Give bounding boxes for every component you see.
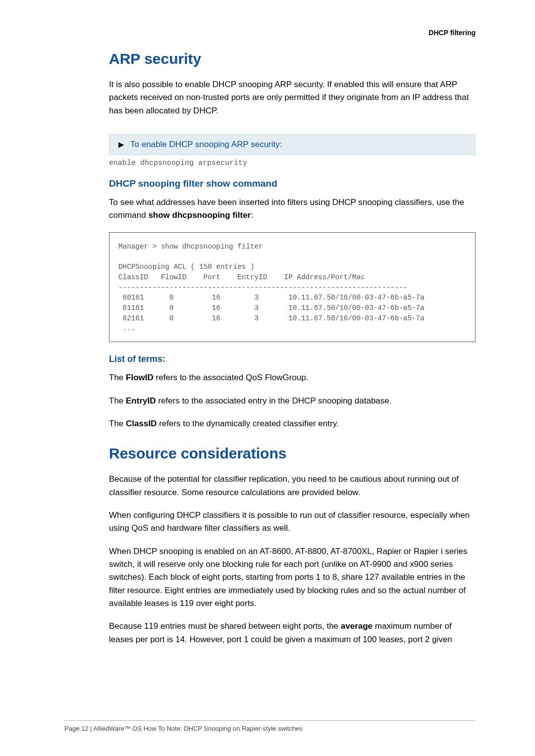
callout-text: To enable DHCP snooping ARP security: [130,140,282,150]
text-fragment: The [109,396,126,405]
text-fragment: The [109,419,126,428]
command-name: show dhcpsnooping filter [148,210,251,220]
term-flowid: The FlowID refers to the associated QoS … [109,371,476,384]
text-fragment: Because 119 entries must be shared betwe… [109,621,341,631]
heading-resource-considerations: Resource considerations [109,445,476,462]
paragraph-filter-show: To see what addresses have been inserted… [109,196,476,222]
text-fragment: The [109,373,126,382]
text-fragment: refers to the associated QoS FlowGroup. [154,373,309,382]
emphasis-average: average [341,621,373,631]
code-output-box: Manager > show dhcpsnooping filter DHCPS… [109,232,476,342]
heading-filter-show: DHCP snooping filter show command [109,178,476,189]
header-section-label: DHCP filtering [428,29,476,37]
paragraph-resource-4: Because 119 entries must be shared betwe… [109,620,476,646]
heading-list-of-terms: List of terms: [109,354,476,364]
paragraph-arp-intro: It is also possible to enable DHCP snoop… [109,78,476,117]
text-fragment: : [251,210,253,220]
paragraph-resource-2: When configuring DHCP classifiers it is … [109,509,476,535]
term-entryid: The EntryID refers to the associated ent… [109,395,476,407]
term-name: ClassID [126,419,157,428]
page-footer: Page 12 | AlliedWare™ OS How To Note: DH… [64,720,476,732]
term-name: FlowID [126,373,154,382]
triangle-right-icon: ▶ [118,140,124,149]
code-enable-arpsecurity: enable dhcpsnooping arpsecurity [109,159,476,167]
callout-enable-arp: ▶ To enable DHCP snooping ARP security: [109,134,476,155]
paragraph-resource-1: Because of the potential for classifier … [109,473,476,499]
heading-arp-security: ARP security [109,50,476,67]
text-fragment: refers to the dynamically created classi… [157,419,338,428]
term-classid: The ClassID refers to the dynamically cr… [109,417,476,430]
term-name: EntryID [126,396,156,405]
paragraph-resource-3: When DHCP snooping is enabled on an AT-8… [109,545,476,610]
text-fragment: refers to the associated entry in the DH… [156,396,392,405]
